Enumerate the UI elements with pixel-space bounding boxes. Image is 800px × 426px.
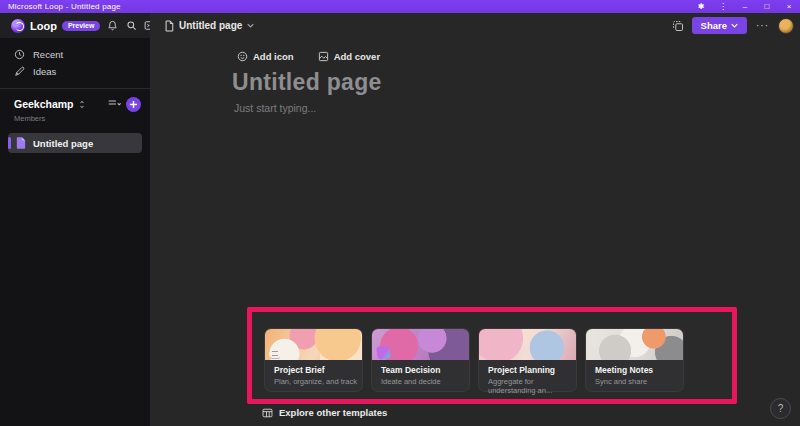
titlebar-menu-icon[interactable]: ⋮ bbox=[712, 0, 734, 13]
maximize-button[interactable]: □ bbox=[756, 0, 778, 13]
template-name: Project Planning bbox=[488, 365, 555, 375]
template-card-project-planning[interactable]: Project Planning Aggregate for understan… bbox=[479, 329, 576, 391]
more-options-icon[interactable]: ··· bbox=[754, 20, 771, 31]
explore-templates-button[interactable]: Explore other templates bbox=[262, 407, 387, 418]
sidebar-item-recent[interactable]: Recent bbox=[0, 46, 150, 63]
page-item-label: Untitled page bbox=[33, 138, 93, 149]
pencil-emoji-icon bbox=[591, 346, 604, 359]
template-card-team-decision[interactable]: Team Decision Ideate and decide bbox=[372, 329, 469, 391]
main-area: Untitled page Share ··· bbox=[150, 13, 800, 426]
sidebar-item-ideas[interactable]: Ideas bbox=[0, 63, 150, 80]
template-cover-art bbox=[479, 329, 576, 360]
minimize-button[interactable]: – bbox=[734, 0, 756, 13]
sort-arrows-icon bbox=[78, 100, 86, 109]
template-description: Sync and share bbox=[595, 377, 647, 386]
pen-icon bbox=[14, 66, 25, 77]
avatar[interactable] bbox=[778, 18, 794, 34]
sidebar-item-label: Ideas bbox=[33, 66, 56, 77]
share-label: Share bbox=[701, 20, 727, 31]
typing-placeholder[interactable]: Just start typing... bbox=[234, 102, 316, 114]
plus-icon bbox=[129, 100, 138, 109]
templates-grid-icon bbox=[262, 408, 273, 418]
new-page-button[interactable] bbox=[126, 97, 141, 112]
document-emoji-icon bbox=[270, 346, 280, 359]
sidebar-item-label: Recent bbox=[33, 49, 63, 60]
preview-badge: Preview bbox=[62, 21, 100, 31]
workspace-name: Geekchamp bbox=[14, 98, 74, 110]
image-icon bbox=[318, 51, 329, 62]
close-button[interactable]: × bbox=[778, 0, 800, 13]
template-description: Ideate and decide bbox=[381, 377, 441, 386]
loop-logo-icon bbox=[11, 19, 25, 33]
view-options-icon[interactable] bbox=[107, 97, 121, 111]
doc-actions: Add icon Add cover bbox=[234, 49, 383, 64]
template-cover-art bbox=[586, 329, 683, 360]
unicorn-emoji-icon bbox=[376, 345, 391, 360]
add-cover-button[interactable]: Add cover bbox=[315, 49, 383, 64]
chevron-down-icon bbox=[247, 23, 254, 28]
window-titlebar: Microsoft Loop - Untitled page ✱ ⋮ – □ × bbox=[0, 0, 800, 13]
smiley-icon bbox=[237, 51, 248, 62]
sidebar-divider bbox=[0, 88, 150, 89]
template-row: Project Brief Plan, organize, and track … bbox=[265, 329, 683, 391]
template-name: Meeting Notes bbox=[595, 365, 653, 375]
gem-emoji-icon bbox=[484, 346, 497, 359]
page-icon bbox=[16, 137, 26, 149]
sidebar-page-untitled[interactable]: Untitled page bbox=[8, 133, 142, 153]
window-title: Microsoft Loop - Untitled page bbox=[8, 2, 121, 11]
explore-templates-label: Explore other templates bbox=[279, 407, 387, 418]
breadcrumb[interactable]: Untitled page bbox=[160, 18, 258, 34]
template-cover-art bbox=[265, 329, 362, 360]
add-cover-label: Add cover bbox=[334, 51, 380, 62]
copy-page-icon[interactable] bbox=[671, 19, 685, 33]
members-label[interactable]: Members bbox=[0, 113, 150, 123]
page-icon bbox=[164, 20, 174, 32]
template-cover-art bbox=[372, 329, 469, 360]
add-icon-button[interactable]: Add icon bbox=[234, 49, 297, 64]
template-description: Plan, organize, and track bbox=[274, 377, 357, 386]
app-name: Loop bbox=[30, 20, 57, 32]
help-button[interactable]: ? bbox=[770, 398, 791, 419]
extension-icon[interactable]: ✱ bbox=[690, 0, 712, 13]
main-header: Untitled page Share ··· bbox=[150, 13, 800, 38]
template-card-meeting-notes[interactable]: Meeting Notes Sync and share bbox=[586, 329, 683, 391]
sidebar-header: Loop Preview bbox=[0, 13, 150, 38]
breadcrumb-label: Untitled page bbox=[179, 20, 242, 31]
template-name: Team Decision bbox=[381, 365, 440, 375]
clock-icon bbox=[14, 49, 25, 60]
sidebar: Loop Preview bbox=[0, 13, 150, 426]
add-icon-label: Add icon bbox=[253, 51, 294, 62]
template-card-project-brief[interactable]: Project Brief Plan, organize, and track bbox=[265, 329, 362, 391]
share-button[interactable]: Share bbox=[692, 17, 747, 34]
chevron-down-icon bbox=[731, 23, 738, 28]
workspace-switcher[interactable]: Geekchamp bbox=[0, 95, 150, 113]
search-icon[interactable] bbox=[124, 19, 138, 33]
page-title[interactable]: Untitled page bbox=[232, 69, 382, 96]
question-mark-icon: ? bbox=[778, 403, 784, 414]
templates-highlight-box: Project Brief Plan, organize, and track … bbox=[247, 307, 737, 404]
sidebar-body: Recent Ideas Geekchamp bbox=[0, 38, 150, 426]
notifications-icon[interactable] bbox=[105, 19, 119, 33]
template-description: Aggregate for understanding an... bbox=[488, 377, 576, 395]
template-name: Project Brief bbox=[274, 365, 325, 375]
